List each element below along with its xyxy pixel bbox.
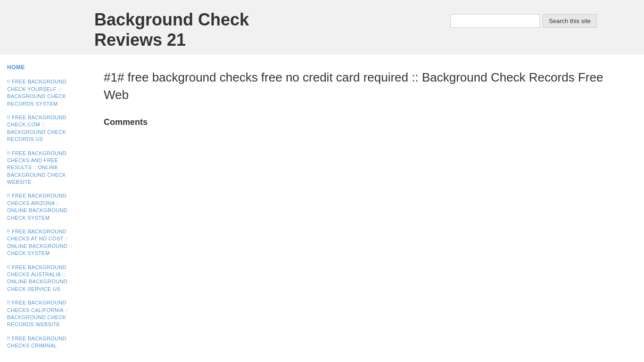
search-input[interactable] [450,14,540,28]
site-title[interactable]: Background Check Reviews 21 [94,9,249,50]
sidebar-link-6[interactable]: !! FREE BACKGROUND CHECKS AUSTRALIA :: O… [7,264,78,293]
main-container: HOME !! FREE BACKGROUND CHECK YOURSELF :… [0,55,644,362]
sidebar-link-8[interactable]: !! FREE BACKGROUND CHECKS CRIMINAL [7,335,78,350]
sidebar-link-3[interactable]: !! FREE BACKGROUND CHECKS AND FREE RESUL… [7,150,78,186]
search-button[interactable]: Search this site [543,14,597,28]
sidebar: HOME !! FREE BACKGROUND CHECK YOURSELF :… [0,55,85,362]
comments-heading: Comments [104,117,625,127]
page-title: #1# free background checks free no credi… [104,69,625,103]
sidebar-link-4[interactable]: !! FREE BACKGROUND CHECKS ARIZONA :: ONL… [7,192,78,222]
sidebar-link-7[interactable]: !! FREE BACKGROUND CHECKS CALIFORNIA :: … [7,299,78,329]
sidebar-link-2[interactable]: !! FREE BACKGROUND CHECK.COM :: BACKGROU… [7,114,78,143]
nav-home[interactable]: HOME [7,64,78,71]
sidebar-link-5[interactable]: !! FREE BACKGROUND CHECKS AT NO COST :: … [7,228,78,257]
search-area: Search this site [450,14,597,28]
sidebar-link-1[interactable]: !! FREE BACKGROUND CHECK YOURSELF :: BAC… [7,78,78,107]
sidebar-links: !! FREE BACKGROUND CHECK YOURSELF :: BAC… [7,78,78,349]
content-area: #1# free background checks free no credi… [85,55,644,362]
